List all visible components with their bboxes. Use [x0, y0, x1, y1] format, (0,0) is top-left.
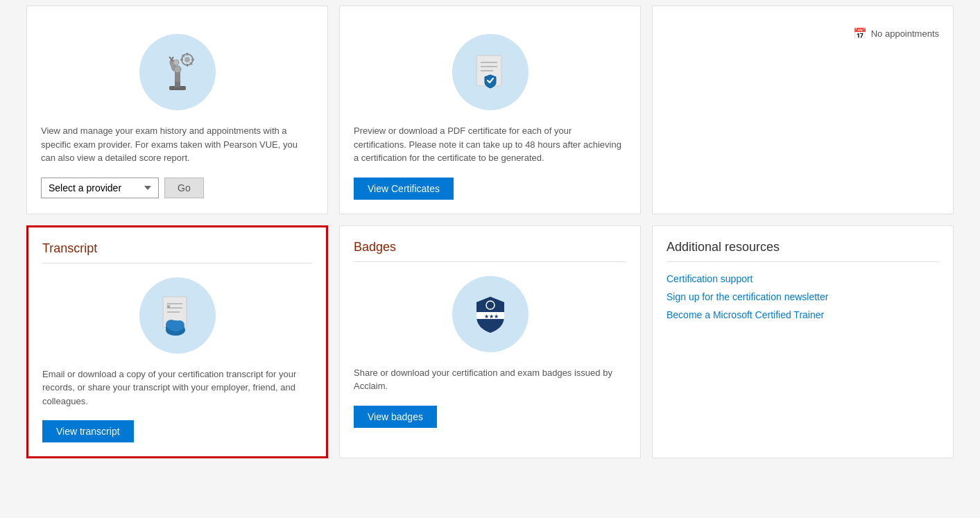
robot-arm-icon-circle	[139, 34, 216, 110]
exam-history-icon-area	[41, 34, 313, 110]
view-badges-button[interactable]: View badges	[354, 406, 437, 428]
robot-arm-icon	[155, 50, 200, 94]
certification-support-link[interactable]: Certification support	[667, 273, 939, 284]
badges-icon-area: ★★★	[354, 276, 626, 352]
certificate-icon	[468, 50, 513, 94]
badges-title: Badges	[354, 240, 626, 262]
calendar-icon: 📅	[853, 27, 867, 40]
svg-point-9	[184, 57, 190, 62]
view-transcript-button[interactable]: View transcript	[42, 420, 134, 442]
transcript-icon-circle	[139, 277, 216, 354]
badges-actions: View badges	[354, 406, 626, 428]
exam-history-card: View and manage your exam history and ap…	[26, 6, 328, 214]
certificates-desc: Preview or download a PDF certificate fo…	[354, 124, 626, 165]
provider-select[interactable]: Select a provider Pearson VUE Certiport	[41, 178, 159, 198]
no-appointments: 📅 No appointments	[667, 20, 939, 40]
transcript-icon	[153, 291, 202, 340]
go-button[interactable]: Go	[164, 178, 204, 198]
badge-icon: ★★★	[466, 290, 515, 338]
transcript-desc: Email or download a copy of your certifi…	[42, 368, 312, 408]
newsletter-link[interactable]: Sign up for the certification newsletter	[667, 291, 939, 302]
mct-link[interactable]: Become a Microsoft Certified Trainer	[667, 309, 939, 320]
bottom-row: Transcript	[0, 220, 980, 465]
exam-history-desc: View and manage your exam history and ap…	[41, 124, 313, 165]
certificates-card: Preview or download a PDF certificate fo…	[339, 6, 641, 214]
svg-point-5	[173, 60, 179, 65]
exam-history-actions: Select a provider Pearson VUE Certiport …	[41, 178, 313, 198]
additional-resources-card: Additional resources Certification suppo…	[652, 225, 954, 459]
transcript-icon-area	[42, 277, 312, 354]
no-appointments-label: No appointments	[871, 28, 939, 39]
certificates-icon-area	[354, 34, 626, 110]
badges-desc: Share or download your certification and…	[354, 366, 626, 393]
page-container: View and manage your exam history and ap…	[0, 0, 980, 518]
transcript-card: Transcript	[26, 225, 328, 459]
appointments-card: 📅 No appointments	[652, 6, 954, 214]
view-certificates-button[interactable]: View Certificates	[354, 178, 454, 200]
certificates-actions: View Certificates	[354, 178, 626, 200]
top-row: View and manage your exam history and ap…	[0, 0, 980, 220]
certificate-icon-circle	[452, 34, 528, 110]
transcript-title: Transcript	[42, 241, 312, 264]
badge-icon-circle: ★★★	[452, 276, 528, 352]
badges-card: Badges ★★★	[339, 225, 641, 459]
additional-resources-title: Additional resources	[667, 240, 939, 262]
svg-point-4	[174, 66, 181, 73]
transcript-actions: View transcript	[42, 420, 312, 442]
svg-text:★★★: ★★★	[484, 313, 499, 320]
svg-point-31	[175, 320, 184, 330]
